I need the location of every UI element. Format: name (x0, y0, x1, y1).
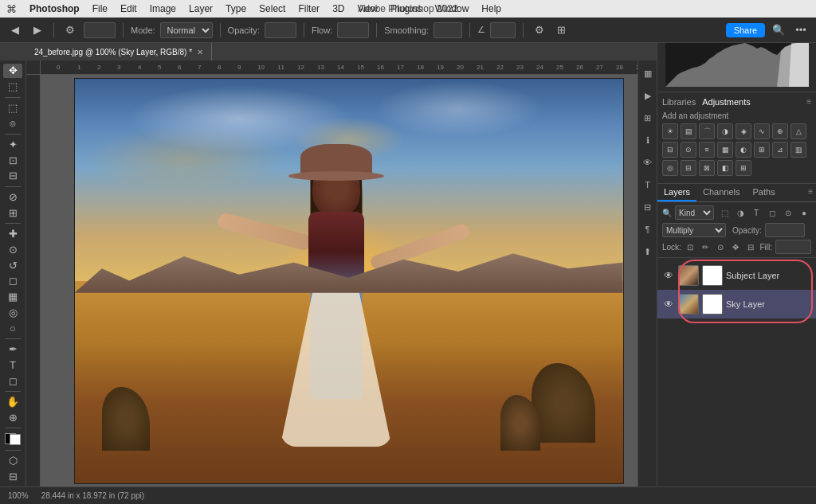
adj-bw-btn[interactable]: ⊟ (662, 142, 678, 158)
arrow-icon-btn[interactable]: ▶ (638, 86, 657, 105)
layers-tab[interactable]: Layers (657, 184, 696, 201)
adj-selective-color-btn[interactable]: ◎ (662, 160, 678, 176)
layer-shape-icon[interactable]: ◻ (765, 205, 779, 220)
adj-channel-mixer-btn[interactable]: ≡ (699, 142, 715, 158)
layer-adj-icon[interactable]: ◑ (733, 205, 747, 220)
adj-vibrance-btn[interactable]: ◈ (736, 123, 751, 139)
photo-canvas[interactable] (74, 78, 624, 484)
layer-icon-btn[interactable]: ⊞ (638, 108, 657, 127)
eraser-tool[interactable]: ◻ (3, 274, 22, 288)
lock-artboard-btn[interactable]: ⊟ (745, 240, 757, 253)
screen-mode-button[interactable]: ⊟ (3, 469, 22, 483)
pen-tool[interactable]: ✒ (3, 342, 22, 357)
ruler-tool[interactable]: ⊞ (3, 205, 22, 220)
hand-tool[interactable]: ✋ (3, 395, 22, 409)
adj-levels-btn[interactable]: ▤ (681, 123, 696, 139)
flow-input[interactable]: 100% (337, 22, 369, 38)
select-rect-tool[interactable]: ⬚ (3, 100, 22, 115)
menu-file[interactable]: File (92, 3, 108, 14)
layer-filter-toggle[interactable]: ● (797, 205, 811, 220)
layers-kind-select[interactable]: Kind (675, 205, 714, 220)
subject-layer-item[interactable]: 👁 Subject Layer (657, 261, 816, 290)
libraries-tab[interactable]: Libraries (662, 97, 696, 107)
adj-menu-icon[interactable]: ≡ (806, 97, 811, 107)
adj-extra2-btn[interactable]: ⊠ (699, 160, 715, 176)
gradient-tool[interactable]: ▦ (3, 290, 22, 304)
adj-gradient-map-btn[interactable]: ▥ (790, 142, 806, 158)
heal-tool[interactable]: ✚ (3, 227, 22, 241)
color-swatch[interactable] (5, 433, 21, 445)
lock-draw-btn[interactable]: ✏ (700, 240, 712, 253)
zoom-tool[interactable]: ⊕ (3, 410, 22, 424)
extra-button[interactable]: ⊞ (553, 21, 571, 39)
adj-extra3-btn[interactable]: ◧ (717, 160, 733, 176)
lock-move-btn[interactable]: ✥ (730, 240, 742, 253)
quick-mask-button[interactable]: ⬡ (3, 453, 22, 467)
channels-tab[interactable]: Channels (696, 184, 746, 201)
layers-opacity-input[interactable]: 100% (765, 223, 805, 237)
back-button[interactable]: ◀ (6, 21, 24, 39)
fill-input[interactable]: 100% (775, 240, 811, 254)
brush-size-input[interactable]: 150 (84, 22, 116, 38)
move-tool[interactable]: ✥ (3, 64, 22, 78)
adj-extra4-btn[interactable]: ⊞ (736, 160, 751, 176)
adj-extra-btn[interactable]: ⊟ (681, 160, 696, 176)
eye-strip-icon-btn[interactable]: 👁 (638, 153, 657, 172)
forward-button[interactable]: ▶ (29, 21, 46, 39)
menu-edit[interactable]: Edit (120, 3, 137, 14)
font-strip-icon-btn[interactable]: ⊟ (638, 197, 657, 217)
layer-smart-icon[interactable]: ⊙ (781, 205, 795, 220)
menu-filter[interactable]: Filter (298, 3, 320, 14)
smoothing-input[interactable]: 10% (434, 22, 462, 38)
adj-colorbalance-btn[interactable]: ⊕ (772, 123, 788, 139)
tab-close-icon[interactable]: ✕ (197, 48, 203, 57)
sky-layer-visibility[interactable]: 👁 (662, 298, 675, 311)
more-button[interactable]: ••• (792, 21, 810, 39)
histogram-icon-btn[interactable]: ▦ (638, 64, 657, 83)
brush-options-button[interactable]: ⚙ (61, 21, 79, 39)
lock-pixels-btn[interactable]: ⊙ (715, 240, 727, 253)
background-color[interactable] (10, 434, 21, 445)
layer-pixel-icon[interactable]: ⬚ (717, 205, 732, 220)
sky-layer-item[interactable]: 👁 Sky Layer (657, 290, 816, 318)
subject-layer-visibility[interactable]: 👁 (662, 269, 675, 282)
adj-color-lookup-btn[interactable]: ▦ (717, 142, 733, 158)
info-icon-btn[interactable]: ℹ (638, 131, 657, 150)
blur-tool[interactable]: ◎ (3, 305, 22, 319)
menu-type[interactable]: Type (226, 3, 246, 14)
adjustments-tab[interactable]: Adjustments (702, 97, 751, 107)
adj-exposure-btn[interactable]: ◑ (717, 123, 733, 139)
share-button[interactable]: Share (726, 23, 765, 37)
settings-button[interactable]: ⚙ (531, 21, 548, 39)
menu-image[interactable]: Image (150, 3, 176, 14)
crop-tool[interactable]: ⊡ (3, 153, 22, 167)
active-tab[interactable]: 24_before.jpg @ 100% (Sky Layer, RGB/8) … (26, 43, 212, 61)
artboard-tool[interactable]: ⬚ (3, 80, 22, 94)
layer-text-icon[interactable]: T (749, 205, 763, 220)
char-strip-icon-btn[interactable]: ¶ (638, 220, 657, 239)
adj-hsl-btn[interactable]: ∿ (754, 123, 770, 139)
text-strip-icon-btn[interactable]: T (638, 175, 657, 194)
frame-tool[interactable]: ⊟ (3, 169, 22, 183)
menu-layer[interactable]: Layer (189, 3, 213, 14)
paths-tab[interactable]: Paths (747, 184, 782, 201)
shape-tool[interactable]: ◻ (3, 373, 22, 388)
adj-brightness-btn[interactable]: ☀ (662, 123, 678, 139)
up-strip-icon-btn[interactable]: ⬆ (638, 242, 657, 261)
adj-curves-btn[interactable]: ⌒ (699, 123, 715, 139)
adj-triangle-btn[interactable]: △ (790, 123, 806, 139)
app-name[interactable]: Photoshop (29, 3, 80, 14)
opacity-input[interactable]: 100% (265, 22, 296, 38)
search-button[interactable]: 🔍 (770, 21, 787, 39)
eyedropper-tool[interactable]: ⊘ (3, 189, 22, 204)
lasso-tool[interactable]: ⌾ (3, 116, 22, 131)
angle-input[interactable]: 0° (490, 22, 516, 38)
clone-tool[interactable]: ⊙ (3, 242, 22, 256)
lock-position-btn[interactable]: ⊡ (685, 240, 696, 253)
blend-mode-select[interactable]: Multiply (662, 223, 726, 237)
quick-select-tool[interactable]: ✦ (3, 137, 22, 151)
adj-invert-btn[interactable]: ◐ (736, 142, 751, 158)
menu-help[interactable]: Help (481, 3, 501, 14)
mode-select[interactable]: Normal (160, 22, 213, 38)
history-brush-tool[interactable]: ↺ (3, 258, 22, 272)
